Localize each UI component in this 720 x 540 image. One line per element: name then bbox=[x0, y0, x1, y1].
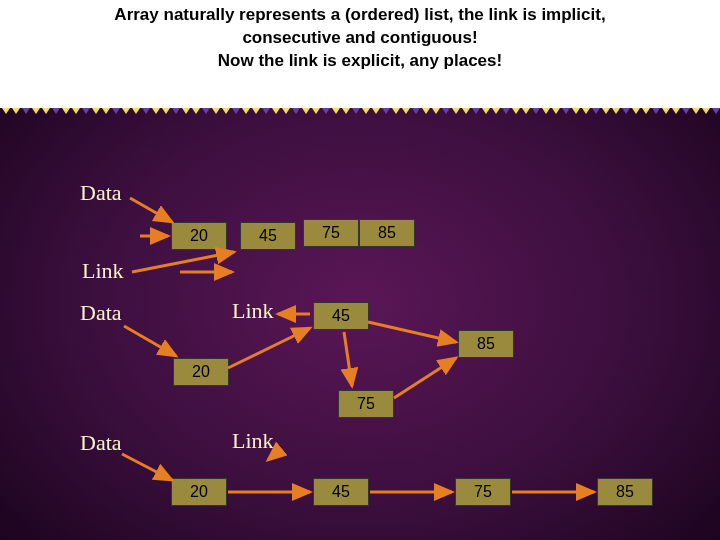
row3-cell-75: 75 bbox=[455, 478, 511, 506]
row3-cell-45: 45 bbox=[313, 478, 369, 506]
label-data-2: Data bbox=[80, 300, 122, 326]
label-link-2: Link bbox=[232, 298, 274, 324]
label-link-1: Link bbox=[82, 258, 124, 284]
row3-cell-20: 20 bbox=[171, 478, 227, 506]
label-data-1: Data bbox=[80, 180, 122, 206]
title-line-2: consecutive and contiguous! bbox=[0, 27, 720, 50]
slide-title: Array naturally represents a (ordered) l… bbox=[0, 4, 720, 73]
row3-cell-85: 85 bbox=[597, 478, 653, 506]
title-line-1: Array naturally represents a (ordered) l… bbox=[0, 4, 720, 27]
divider-triangles bbox=[0, 108, 720, 120]
title-line-3: Now the link is explicit, any places! bbox=[0, 50, 720, 73]
row2-cell-75: 75 bbox=[338, 390, 394, 418]
row1-cell-85: 85 bbox=[359, 219, 415, 247]
row1-cell-45: 45 bbox=[240, 222, 296, 250]
row1-cell-75: 75 bbox=[303, 219, 359, 247]
slide: Array naturally represents a (ordered) l… bbox=[0, 0, 720, 540]
row1-cell-20: 20 bbox=[171, 222, 227, 250]
row2-cell-45: 45 bbox=[313, 302, 369, 330]
row2-cell-20: 20 bbox=[173, 358, 229, 386]
row2-cell-85: 85 bbox=[458, 330, 514, 358]
label-data-3: Data bbox=[80, 430, 122, 456]
label-link-3: Link bbox=[232, 428, 274, 454]
